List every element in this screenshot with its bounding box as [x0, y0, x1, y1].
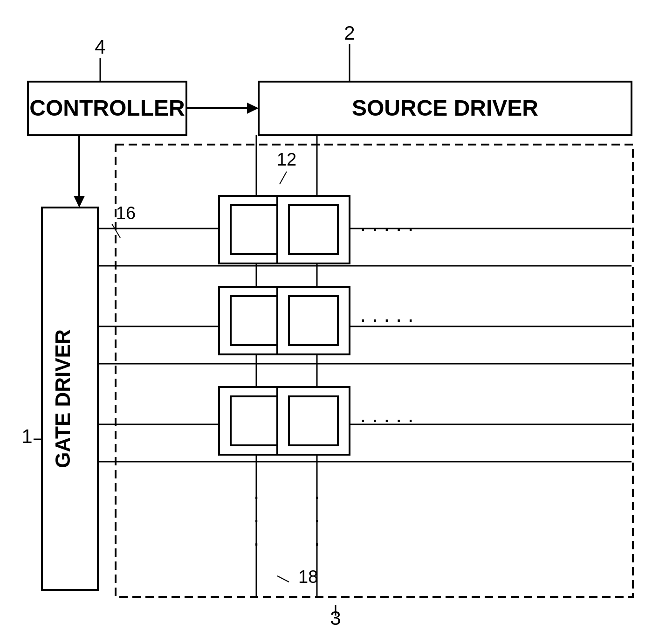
ref-1: 1: [21, 425, 32, 447]
dots-row3: · · · · ·: [360, 407, 413, 431]
source-driver-label: SOURCE DRIVER: [352, 96, 538, 120]
vdots-col1b: ·: [254, 508, 259, 531]
pixel-r1c2-inner: [289, 205, 338, 254]
svg-line-16: [277, 576, 289, 582]
diagram: 4 2 CONTROLLER SOURCE DRIVER GATE DRIVER…: [0, 0, 659, 644]
vdots-col2: ·: [314, 485, 320, 508]
ref-4: 4: [95, 36, 105, 58]
pixel-r3c2-inner: [289, 396, 338, 445]
dots-row2: · · · · ·: [360, 307, 413, 331]
vdots-col2c: ·: [314, 532, 320, 554]
pixel-r2c2-inner: [289, 296, 338, 345]
svg-line-9: [280, 172, 287, 184]
vdots-col2b: ·: [314, 508, 320, 531]
pixel-r2c1-inner: [231, 296, 280, 345]
ref-18: 18: [298, 567, 318, 587]
vdots-col1: ·: [254, 485, 259, 508]
pixel-r1c1-inner: [231, 205, 280, 254]
ref-16: 16: [116, 203, 136, 223]
arrow-controller-to-source: [247, 103, 259, 114]
ref-12: 12: [277, 150, 296, 169]
gate-driver-label: GATE DRIVER: [51, 329, 74, 468]
display-panel-box: [116, 145, 633, 597]
arrow-controller-to-gate: [74, 196, 85, 208]
pixel-r3c1-inner: [231, 396, 280, 445]
controller-label: CONTROLLER: [29, 96, 185, 120]
vdots-col1c: ·: [254, 532, 259, 554]
ref-2: 2: [344, 22, 355, 44]
dots-row1: · · · · ·: [360, 216, 413, 240]
